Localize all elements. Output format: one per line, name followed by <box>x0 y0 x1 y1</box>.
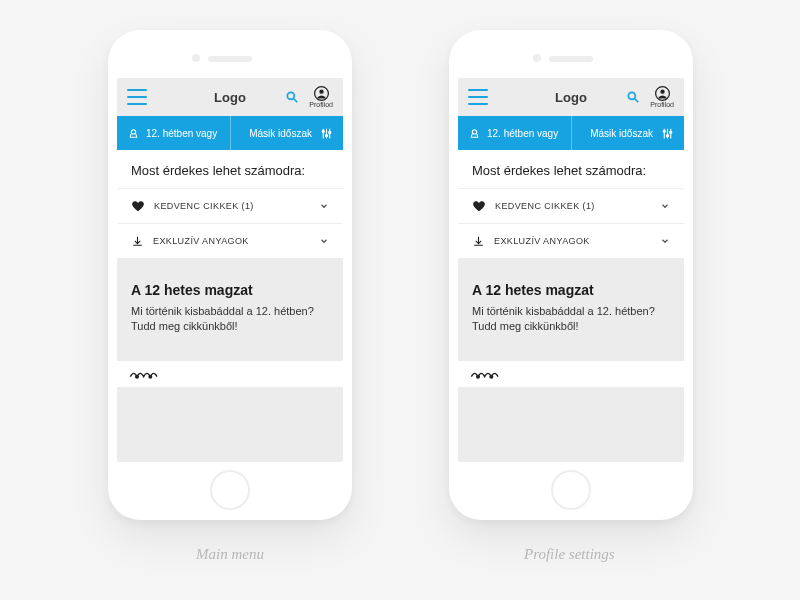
other-period-button[interactable]: Másik időszak <box>572 127 685 140</box>
article-excerpt: Mi történik kisbabáddal a 12. hétben? Tu… <box>131 304 329 335</box>
profile-label: Profilod <box>650 101 674 108</box>
article-title: A 12 hetes magzat <box>472 282 670 298</box>
chevron-down-icon <box>660 201 670 211</box>
other-period-label: Másik időszak <box>249 128 312 139</box>
other-period-label: Másik időszak <box>590 128 653 139</box>
profile-button[interactable]: Profilod <box>309 86 333 108</box>
phone-camera <box>192 54 200 62</box>
svg-line-14 <box>635 99 639 103</box>
accordion-label: EXKLUZÍV ANYAGOK <box>153 236 319 246</box>
svg-point-4 <box>131 129 135 133</box>
caption-main-menu: Main menu <box>196 546 264 563</box>
svg-point-17 <box>472 129 476 133</box>
profile-icon <box>655 86 670 101</box>
section-heading: Most érdekes lehet számodra: <box>117 150 343 188</box>
logo[interactable]: Logo <box>555 90 587 105</box>
download-icon <box>131 235 144 248</box>
phone-left: Logo Profilod 12. hétben vagy Másik idős… <box>108 30 352 520</box>
svg-point-16 <box>660 89 664 93</box>
profile-button[interactable]: Profilod <box>650 86 674 108</box>
svg-point-10 <box>329 131 331 133</box>
spacer <box>458 258 684 268</box>
week-bar: 12. hétben vagy Másik időszak <box>458 116 684 150</box>
spacer <box>117 351 343 361</box>
chevron-down-icon <box>319 236 329 246</box>
sliders-icon <box>661 127 674 140</box>
current-week[interactable]: 12. hétben vagy <box>458 127 571 140</box>
section-heading: Most érdekes lehet számodra: <box>458 150 684 188</box>
svg-point-13 <box>629 92 636 99</box>
other-period-button[interactable]: Másik időszak <box>231 127 344 140</box>
chevron-down-icon <box>319 201 329 211</box>
spacer <box>458 351 684 361</box>
heart-icon <box>472 199 486 213</box>
profile-label: Profilod <box>309 101 333 108</box>
bottom-strip <box>117 361 343 387</box>
week-bar: 12. hétben vagy Másik időszak <box>117 116 343 150</box>
phone-speaker <box>208 56 252 62</box>
top-bar: Logo Profilod <box>117 78 343 116</box>
svg-point-23 <box>670 131 672 133</box>
phone-right: Logo Profilod 12. hétben vagy Másik idős… <box>449 30 693 520</box>
svg-point-9 <box>325 134 327 136</box>
article-card[interactable]: A 12 hetes magzat Mi történik kisbabádda… <box>458 268 684 351</box>
bottom-strip <box>458 361 684 387</box>
download-icon <box>472 235 485 248</box>
article-excerpt: Mi történik kisbabáddal a 12. hétben? Tu… <box>472 304 670 335</box>
svg-point-0 <box>288 92 295 99</box>
current-week[interactable]: 12. hétben vagy <box>117 127 230 140</box>
hamburger-menu-icon[interactable] <box>127 89 147 105</box>
svg-point-22 <box>666 134 668 136</box>
top-bar: Logo Profilod <box>458 78 684 116</box>
article-title: A 12 hetes magzat <box>131 282 329 298</box>
accordion-label: KEDVENC CIKKEK (1) <box>154 201 319 211</box>
caption-profile-settings: Profile settings <box>524 546 615 563</box>
current-week-text: 12. hétben vagy <box>487 128 558 139</box>
chevron-down-icon <box>660 236 670 246</box>
accordion-exclusive[interactable]: EXKLUZÍV ANYAGOK <box>117 223 343 258</box>
heart-icon <box>131 199 145 213</box>
screen: Logo Profilod 12. hétben vagy Másik idős… <box>117 78 343 462</box>
svg-point-24 <box>477 375 480 378</box>
accordion-label: KEDVENC CIKKEK (1) <box>495 201 660 211</box>
profile-icon <box>314 86 329 101</box>
svg-point-11 <box>136 375 139 378</box>
spacer <box>117 258 343 268</box>
baby-icon <box>468 127 481 140</box>
accordion-favorites[interactable]: KEDVENC CIKKEK (1) <box>458 188 684 223</box>
search-icon[interactable] <box>626 90 640 104</box>
home-button[interactable] <box>551 470 591 510</box>
svg-line-1 <box>294 99 298 103</box>
accordion-label: EXKLUZÍV ANYAGOK <box>494 236 660 246</box>
phone-camera <box>533 54 541 62</box>
svg-point-8 <box>322 130 324 132</box>
wave-icon <box>470 368 510 380</box>
article-card[interactable]: A 12 hetes magzat Mi történik kisbabádda… <box>117 268 343 351</box>
accordion-exclusive[interactable]: EXKLUZÍV ANYAGOK <box>458 223 684 258</box>
svg-point-21 <box>663 130 665 132</box>
logo[interactable]: Logo <box>214 90 246 105</box>
wave-icon <box>129 368 169 380</box>
phone-speaker <box>549 56 593 62</box>
svg-point-3 <box>319 89 323 93</box>
svg-point-25 <box>490 375 493 378</box>
baby-icon <box>127 127 140 140</box>
home-button[interactable] <box>210 470 250 510</box>
search-icon[interactable] <box>285 90 299 104</box>
accordion-favorites[interactable]: KEDVENC CIKKEK (1) <box>117 188 343 223</box>
sliders-icon <box>320 127 333 140</box>
svg-point-12 <box>149 375 152 378</box>
screen: Logo Profilod 12. hétben vagy Másik idős… <box>458 78 684 462</box>
current-week-text: 12. hétben vagy <box>146 128 217 139</box>
hamburger-menu-icon[interactable] <box>468 89 488 105</box>
